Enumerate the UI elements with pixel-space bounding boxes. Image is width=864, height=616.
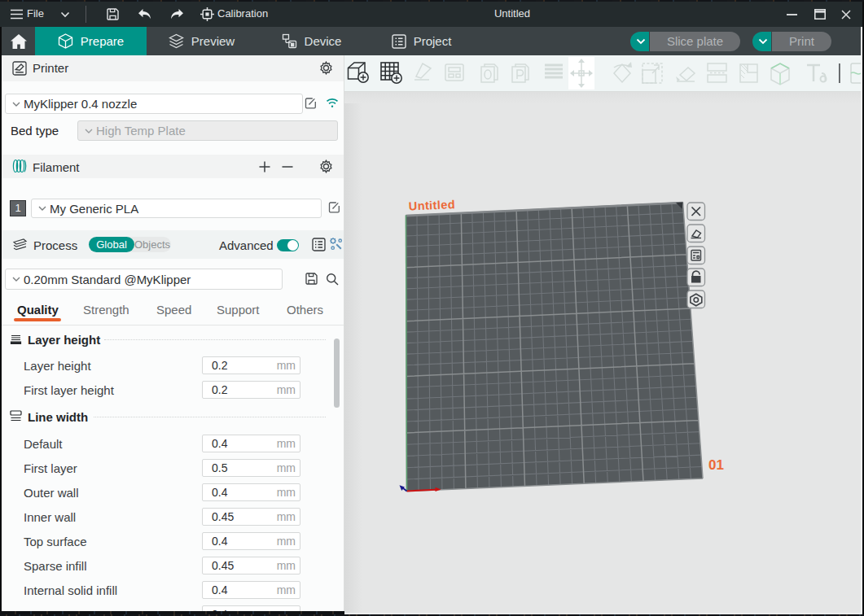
svg-text:Untitled: Untitled xyxy=(408,198,455,212)
svg-text:01: 01 xyxy=(708,457,724,473)
